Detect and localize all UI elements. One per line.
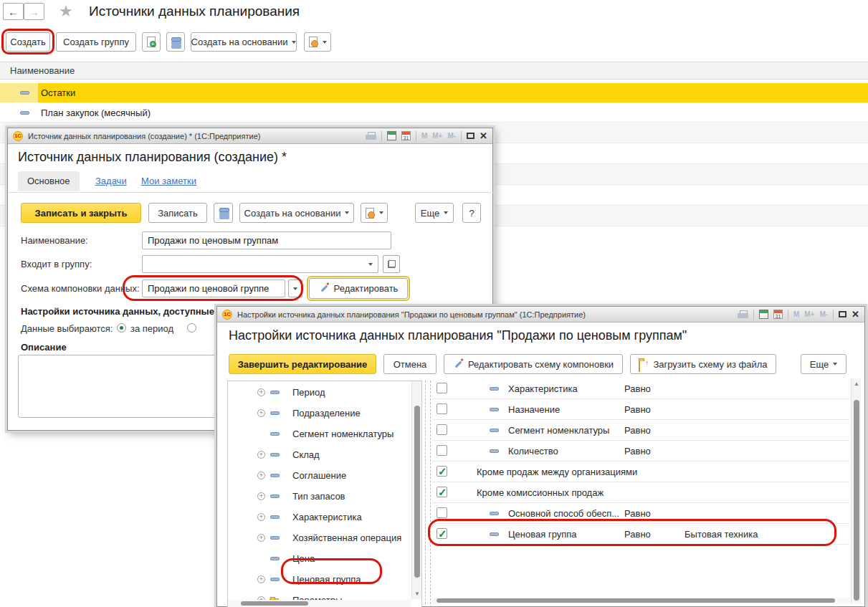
checkbox-checked[interactable] (437, 487, 447, 497)
tree-scrollbar-thumb[interactable] (414, 406, 420, 578)
radio-second[interactable] (187, 323, 196, 333)
report-menu-button[interactable] (361, 203, 388, 223)
filter-row-krome-komissionnyh[interactable]: Кроме комиссионных продаж (432, 482, 849, 503)
expand-icon[interactable] (257, 388, 265, 396)
create-based-on-button[interactable]: Создать на основании (239, 203, 354, 223)
finish-editing-button[interactable]: Завершить редактирование (229, 354, 376, 374)
more-button[interactable]: Еще (801, 354, 846, 374)
tree-vertical-scrollbar[interactable]: ▼ (411, 381, 421, 599)
expand-icon[interactable] (257, 575, 265, 583)
filter-row-osnovnoj-sposob[interactable]: Основной способ обесп... Равно (432, 503, 849, 524)
filters-scrollbar-thumb[interactable] (854, 400, 859, 601)
edit-scheme-button[interactable]: Редактировать (309, 278, 408, 299)
nav-back-button[interactable]: ← (3, 3, 24, 20)
filter-row-naznachenie[interactable]: Назначение Равно (432, 399, 849, 420)
list-item-plan-zakupok[interactable]: План закупок (месячный) (0, 102, 868, 123)
expand-icon[interactable] (257, 451, 265, 459)
save-button[interactable]: Записать (148, 203, 207, 223)
memory-mminus-button[interactable]: M- (819, 310, 828, 318)
close-icon[interactable]: ✕ (852, 310, 859, 320)
print-icon[interactable] (738, 310, 748, 318)
filters-hscrollbar-thumb[interactable] (437, 598, 835, 603)
memory-m-button[interactable]: M (793, 310, 799, 318)
panel-splitter[interactable] (425, 381, 426, 607)
expand-icon[interactable] (257, 472, 265, 479)
calculator-icon[interactable] (759, 310, 768, 319)
memory-mplus-button[interactable]: M+ (432, 132, 442, 140)
list-item-ostatki[interactable]: Остатки (0, 83, 868, 102)
filters-vertical-scrollbar[interactable]: ▲ (851, 378, 861, 603)
expand-icon[interactable] (257, 513, 265, 521)
scheme-input[interactable]: Продажи по ценовой группе (142, 279, 285, 297)
chevron-down-icon[interactable] (368, 263, 373, 266)
dialog1-titlebar[interactable]: 1С Источник данных планирования (создани… (8, 128, 492, 144)
tree-horizontal-scrollbar[interactable] (228, 600, 411, 607)
tab-zadachi[interactable]: Задачи (95, 176, 127, 186)
group-combo-input[interactable] (142, 255, 378, 273)
tree-item-harakteristika[interactable]: Характеристика (228, 507, 421, 527)
panel-splitter[interactable] (430, 381, 431, 607)
memory-mminus-button[interactable]: M- (447, 132, 456, 140)
memory-m-button[interactable]: M (421, 132, 427, 140)
list-settings-button[interactable] (214, 203, 233, 223)
dialog2-titlebar[interactable]: 1С Настройки источника данных планирован… (217, 307, 864, 322)
tree-item-sklad[interactable]: Склад (228, 444, 421, 465)
list-settings-button[interactable] (166, 32, 185, 52)
tab-moi-zametki[interactable]: Мои заметки (141, 176, 196, 186)
print-icon[interactable] (366, 132, 376, 140)
report-menu-button[interactable] (304, 32, 331, 52)
tree-item-hoz-operaciya[interactable]: Хозяйственная операция (228, 527, 421, 548)
create-button[interactable]: Создать (6, 32, 50, 52)
memory-mplus-button[interactable]: M+ (804, 310, 814, 318)
tree-hscrollbar-thumb[interactable] (241, 601, 308, 606)
favorite-star-icon[interactable]: ★ (59, 3, 73, 20)
tree-item-podrazdelenie[interactable]: Подразделение (228, 403, 421, 424)
calendar-icon[interactable]: 31 (773, 310, 783, 319)
expand-icon[interactable] (257, 409, 265, 417)
scheme-dropdown-button[interactable] (288, 279, 302, 297)
checkbox-checked[interactable] (437, 528, 447, 539)
edit-composition-scheme-button[interactable]: Редактировать схему компоновки (444, 354, 623, 374)
close-icon[interactable]: ✕ (480, 131, 487, 141)
checkbox[interactable] (437, 424, 447, 435)
scroll-down-icon[interactable]: ▼ (414, 591, 420, 597)
name-input[interactable]: Продажи по ценовым группам (142, 231, 391, 249)
filter-row-kolichestvo[interactable]: Количество Равно (432, 441, 849, 462)
checkbox[interactable] (437, 507, 447, 518)
checkbox[interactable] (437, 445, 447, 456)
calendar-icon[interactable]: 31 (401, 131, 411, 140)
filters-horizontal-scrollbar[interactable] (432, 598, 851, 603)
radio-za-period[interactable] (117, 323, 126, 333)
nav-forward-button[interactable]: → (24, 3, 44, 20)
checkbox-checked[interactable] (437, 466, 447, 477)
maximize-icon[interactable] (839, 311, 846, 317)
expand-icon[interactable] (257, 492, 265, 500)
cancel-button[interactable]: Отмена (383, 354, 437, 374)
create-based-on-button[interactable]: Создать на основании (191, 32, 297, 52)
tree-item-cena[interactable]: Цена (228, 548, 421, 569)
create-group-button[interactable]: Создать группу (56, 32, 136, 52)
expand-icon[interactable] (257, 534, 265, 542)
more-button[interactable]: Еще (415, 203, 454, 223)
create-copy-button[interactable] (142, 32, 161, 52)
scroll-up-icon[interactable]: ▲ (854, 381, 859, 387)
tab-osnovnoe[interactable]: Основное (18, 171, 80, 191)
tree-item-cenovaya-gruppa[interactable]: Ценовая группа (228, 569, 421, 590)
tree-item-tip-zapasov[interactable]: Тип запасов (228, 486, 421, 507)
filter-row-cenovaya-gruppa[interactable]: Ценовая группа Равно Бытовая техника (432, 524, 849, 545)
tree-item-period[interactable]: Период (228, 382, 421, 403)
list-header[interactable]: Наименование (0, 62, 868, 80)
load-scheme-button[interactable]: Загрузить схему из файла (630, 354, 776, 374)
help-button[interactable]: ? (462, 203, 481, 223)
filter-row-krome-prodazh[interactable]: Кроме продаж между организациями (432, 462, 849, 482)
filter-row-harakteristika[interactable]: Характеристика Равно (432, 378, 849, 399)
calculator-icon[interactable] (387, 131, 396, 140)
tree-item-soglashenie[interactable]: Соглашение (228, 465, 421, 486)
maximize-icon[interactable] (467, 133, 474, 139)
save-and-close-button[interactable]: Записать и закрыть (21, 203, 141, 223)
checkbox[interactable] (437, 403, 447, 414)
filter-row-segment[interactable]: Сегмент номенклатуры Равно (432, 420, 849, 441)
group-open-button[interactable] (383, 255, 400, 273)
tree-item-segment[interactable]: Сегмент номенклатуры (228, 424, 421, 444)
checkbox[interactable] (437, 383, 447, 393)
